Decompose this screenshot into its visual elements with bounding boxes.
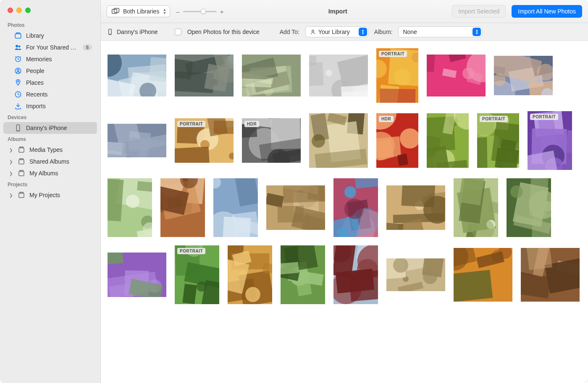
- photo-thumbnail[interactable]: [175, 55, 234, 96]
- pin-icon: [14, 79, 22, 86]
- photo-thumbnail[interactable]: HDR: [376, 113, 418, 168]
- album-label: Album:: [374, 29, 393, 35]
- svg-rect-62: [380, 89, 416, 103]
- sidebar-item-my-projects[interactable]: ❯ My Projects: [3, 189, 97, 201]
- sidebar-item-recents[interactable]: Recents: [3, 89, 97, 100]
- sidebar-section-photos: Photos: [0, 20, 100, 30]
- photo-thumbnail[interactable]: [454, 248, 512, 302]
- photo-thumbnail[interactable]: PORTRAIT: [175, 118, 234, 163]
- svg-rect-219: [531, 212, 551, 237]
- zoom-control: – +: [176, 8, 223, 15]
- photo-badge: PORTRAIT: [177, 121, 205, 127]
- sidebar-item-shared-albums[interactable]: ❯ Shared Albums: [3, 156, 97, 167]
- zoom-window-button[interactable]: [25, 8, 31, 13]
- close-window-button[interactable]: [8, 8, 13, 13]
- zoom-slider-knob[interactable]: [200, 9, 206, 14]
- photo-thumbnail[interactable]: [494, 56, 553, 95]
- device-name: Danny's iPhone: [117, 29, 158, 35]
- sidebar-section-projects: Projects: [0, 179, 100, 189]
- sidebar-item-label: Places: [26, 79, 92, 86]
- sidebar-item-shared-library[interactable]: For Your Shared Lib… 5: [3, 42, 97, 53]
- sidebar-item-my-albums[interactable]: ❯ My Albums: [3, 167, 97, 179]
- main-content: Both Libraries ▲▼ – + Import Import Sele…: [101, 0, 588, 383]
- svg-rect-175: [222, 216, 251, 237]
- sidebar-item-label: People: [26, 68, 92, 74]
- photo-badge: PORTRAIT: [530, 114, 558, 120]
- svg-point-6: [17, 69, 19, 71]
- svg-rect-56: [309, 62, 323, 86]
- photo-thumbnail[interactable]: [427, 113, 469, 168]
- library-filter-selector[interactable]: Both Libraries ▲▼: [107, 5, 170, 17]
- photo-thumbnail[interactable]: HDR: [242, 118, 301, 163]
- photo-thumbnail[interactable]: [160, 178, 205, 237]
- svg-point-244: [245, 287, 260, 302]
- photo-thumbnail[interactable]: [521, 248, 580, 302]
- svg-rect-141: [477, 138, 488, 168]
- photo-thumbnail[interactable]: PORTRAIT: [528, 111, 572, 170]
- sidebar-item-places[interactable]: Places: [3, 77, 97, 89]
- iphone-icon: [14, 124, 22, 132]
- photo-thumbnail[interactable]: [281, 245, 325, 304]
- svg-rect-101: [214, 121, 234, 134]
- photo-thumbnail[interactable]: PORTRAIT: [477, 113, 519, 168]
- svg-point-57: [326, 70, 332, 76]
- svg-rect-13: [19, 160, 24, 164]
- photo-thumbnail[interactable]: [427, 55, 486, 96]
- photo-thumbnail[interactable]: [454, 178, 498, 237]
- photo-thumbnail[interactable]: [386, 258, 445, 291]
- minimize-window-button[interactable]: [16, 8, 22, 13]
- svg-rect-122: [397, 154, 408, 166]
- stepper-icon: ▲▼: [472, 28, 481, 36]
- svg-rect-20: [114, 8, 119, 13]
- photo-thumbnail[interactable]: [108, 55, 166, 96]
- sidebar-item-label: My Albums: [29, 170, 92, 177]
- svg-rect-17: [19, 193, 24, 198]
- photo-thumbnail[interactable]: [266, 185, 325, 230]
- svg-rect-21: [109, 29, 112, 34]
- photo-thumbnail[interactable]: [309, 55, 368, 96]
- photo-thumbnail[interactable]: [228, 245, 272, 304]
- album-icon: [18, 158, 25, 165]
- sidebar-item-label: Danny's iPhone: [26, 125, 92, 131]
- photo-thumbnail[interactable]: [213, 178, 258, 237]
- svg-point-92: [128, 137, 140, 149]
- photo-badge: HDR: [379, 116, 394, 122]
- photo-thumbnail[interactable]: PORTRAIT: [376, 48, 418, 103]
- album-value: None: [403, 29, 417, 35]
- import-options-bar: Danny's iPhone Open Photos for this devi…: [101, 23, 588, 41]
- photo-thumbnail[interactable]: PORTRAIT: [175, 245, 219, 304]
- photo-thumbnail[interactable]: [333, 178, 378, 237]
- sidebar-item-memories[interactable]: Memories: [3, 53, 97, 65]
- add-to-dropdown[interactable]: Your Library ▲▼: [305, 26, 368, 37]
- sidebar-item-imports[interactable]: Imports: [3, 100, 97, 112]
- zoom-in-button[interactable]: +: [220, 8, 224, 15]
- library-icon: [14, 32, 22, 39]
- add-to-label: Add To:: [280, 29, 299, 35]
- photo-thumbnail[interactable]: [108, 178, 152, 237]
- chevron-right-icon: ❯: [9, 148, 13, 152]
- stepper-icon: ▲▼: [359, 28, 367, 36]
- sidebar-item-device-iphone[interactable]: Danny's iPhone: [3, 122, 97, 134]
- zoom-slider[interactable]: [183, 11, 217, 12]
- photo-thumbnail[interactable]: [386, 185, 445, 230]
- photo-thumbnail[interactable]: [108, 253, 166, 297]
- photo-thumbnail[interactable]: [333, 245, 378, 304]
- photo-thumbnail[interactable]: [108, 124, 166, 157]
- photo-badge: PORTRAIT: [177, 248, 205, 254]
- album-dropdown[interactable]: None ▲▼: [398, 26, 482, 37]
- zoom-out-button[interactable]: –: [176, 8, 179, 15]
- photo-thumbnail[interactable]: [242, 55, 301, 96]
- photo-thumbnail[interactable]: [507, 178, 551, 237]
- svg-rect-16: [20, 170, 24, 171]
- import-all-button[interactable]: Import All New Photos: [512, 5, 582, 18]
- sidebar-item-library[interactable]: Library: [3, 30, 97, 42]
- svg-rect-51: [242, 78, 271, 88]
- svg-rect-262: [349, 270, 378, 301]
- people-two-icon: [14, 44, 22, 51]
- import-selected-button: Import Selected: [452, 5, 506, 18]
- photo-grid-scroll[interactable]: PORTRAITPORTRAITHDRHDRPORTRAITPORTRAITPO…: [101, 41, 588, 383]
- sidebar-item-people[interactable]: People: [3, 65, 97, 77]
- sidebar-item-media-types[interactable]: ❯ Media Types: [3, 144, 97, 156]
- photo-thumbnail[interactable]: [309, 113, 368, 168]
- open-photos-checkbox[interactable]: [175, 29, 181, 35]
